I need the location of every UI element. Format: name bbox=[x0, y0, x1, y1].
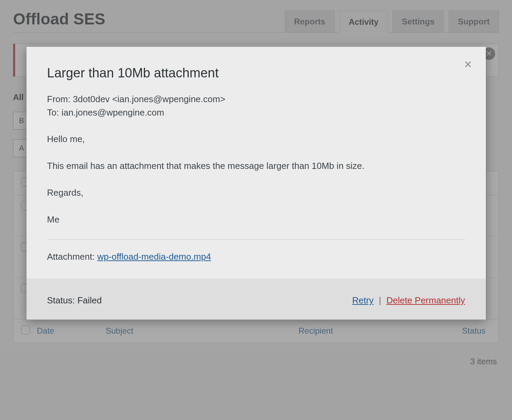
modal-overlay[interactable]: × Larger than 10Mb attachment From: 3dot… bbox=[0, 0, 512, 420]
from-label: From: bbox=[47, 94, 71, 104]
action-separator: | bbox=[379, 295, 381, 305]
email-body: Hello me, This email has an attachment t… bbox=[47, 132, 465, 226]
to-value: ian.jones@wpengine.com bbox=[61, 107, 164, 118]
email-subject: Larger than 10Mb attachment bbox=[47, 63, 465, 83]
divider bbox=[47, 239, 465, 240]
retry-link[interactable]: Retry bbox=[352, 295, 374, 305]
email-to: To: ian.jones@wpengine.com bbox=[47, 106, 465, 119]
from-value: 3dot0dev <ian.jones@wpengine.com> bbox=[73, 94, 226, 104]
attachment-label: Attachment: bbox=[47, 251, 95, 262]
delete-permanently-link[interactable]: Delete Permanently bbox=[386, 295, 465, 305]
email-actions: Retry | Delete Permanently bbox=[352, 295, 465, 306]
email-from: From: 3dot0dev <ian.jones@wpengine.com> bbox=[47, 93, 465, 106]
status-label: Status: bbox=[47, 295, 75, 305]
email-status: Status: Failed bbox=[47, 295, 102, 306]
email-detail-modal: × Larger than 10Mb attachment From: 3dot… bbox=[27, 47, 486, 320]
modal-footer: Status: Failed Retry | Delete Permanentl… bbox=[27, 279, 486, 320]
to-label: To: bbox=[47, 107, 59, 118]
attachment-link[interactable]: wp-offload-media-demo.mp4 bbox=[97, 251, 211, 262]
modal-body: Larger than 10Mb attachment From: 3dot0d… bbox=[27, 47, 486, 279]
attachment-row: Attachment: wp-offload-media-demo.mp4 bbox=[47, 250, 465, 263]
status-value: Failed bbox=[77, 295, 102, 305]
close-icon[interactable]: × bbox=[464, 58, 472, 71]
